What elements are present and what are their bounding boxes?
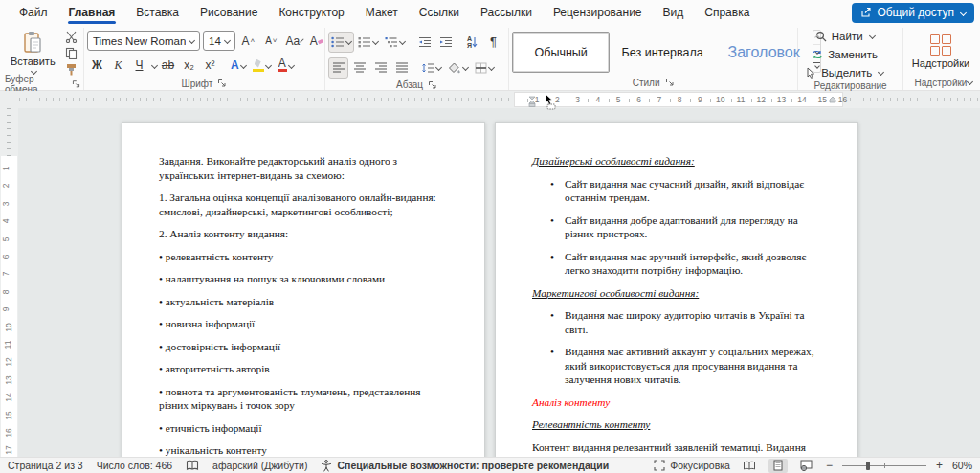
show-marks-button[interactable]: ¶ bbox=[483, 32, 503, 53]
subscript-button[interactable]: x₂ bbox=[179, 55, 199, 76]
mouse-cursor bbox=[542, 93, 557, 110]
tab-Макет[interactable]: Макет bbox=[356, 1, 408, 25]
ruler-number: 16 bbox=[838, 95, 847, 104]
dialog-launcher-icon[interactable] bbox=[665, 78, 675, 87]
sort-button[interactable]: АЯ bbox=[462, 32, 482, 53]
cut-button[interactable] bbox=[61, 29, 81, 44]
indent-marker-right[interactable] bbox=[829, 96, 835, 105]
page-indicator[interactable]: Страница 2 из 3 bbox=[8, 460, 83, 471]
accessibility-status[interactable]: Специальные возможности: проверьте реком… bbox=[321, 460, 609, 472]
strikethrough-button[interactable]: ab bbox=[158, 55, 178, 76]
line-spacing-button[interactable] bbox=[418, 57, 444, 79]
language-indicator[interactable]: афарский (Джибути) bbox=[212, 460, 307, 471]
chevron-down-icon bbox=[869, 33, 876, 39]
copy-button[interactable] bbox=[61, 45, 81, 60]
outdent-icon bbox=[418, 36, 432, 48]
ribbon-tabs: ФайлГлавнаяВставкаРисованиеКонструкторМа… bbox=[10, 0, 759, 25]
bold-button[interactable]: Ж bbox=[87, 55, 107, 76]
shading-button[interactable] bbox=[445, 57, 471, 79]
document-page-1[interactable]: Завдання. Виконайте редакторський аналіз… bbox=[122, 122, 485, 457]
zoom-in-button[interactable]: + bbox=[936, 459, 943, 472]
arrow-down-icon bbox=[472, 36, 478, 48]
font-size-value: 14 bbox=[209, 35, 221, 47]
ruler-number: 11 bbox=[3, 341, 12, 349]
paragraph: новизна інформації bbox=[159, 317, 448, 331]
align-right-button[interactable] bbox=[370, 57, 390, 79]
addins-button[interactable]: Надстройки bbox=[906, 28, 975, 75]
read-mode-icon bbox=[743, 461, 756, 471]
dialog-launcher-icon[interactable] bbox=[428, 80, 437, 90]
horizontal-ruler[interactable]: 12345678910111213141516 bbox=[514, 92, 843, 107]
align-center-button[interactable] bbox=[349, 57, 369, 79]
tab-Вставка[interactable]: Вставка bbox=[126, 1, 189, 25]
increase-indent-button[interactable] bbox=[435, 32, 456, 53]
underline-button[interactable]: Ч bbox=[129, 55, 149, 76]
tab-Рассылки[interactable]: Рассылки bbox=[471, 1, 542, 25]
web-layout-button[interactable] bbox=[797, 459, 816, 473]
status-bar: Страница 2 из 3 Число слов: 466 афарский… bbox=[0, 457, 980, 473]
multilevel-list-button[interactable] bbox=[382, 32, 408, 53]
tab-Ссылки[interactable]: Ссылки bbox=[410, 1, 469, 25]
document-page-2[interactable]: Дизайнерські особливості видання:Сайт ви… bbox=[495, 122, 858, 457]
document-canvas: 1234567891011121314151617 Завдання. Вико… bbox=[0, 108, 980, 457]
shrink-font-button[interactable]: A˅ bbox=[261, 31, 281, 52]
italic-button[interactable]: К bbox=[108, 55, 128, 76]
indent-marker-left[interactable] bbox=[528, 96, 535, 105]
list-item: Видання має широку аудиторію читачів в У… bbox=[532, 308, 821, 336]
font-size-combobox[interactable]: 14 bbox=[203, 31, 235, 51]
tab-Файл[interactable]: Файл bbox=[10, 1, 57, 25]
text-effects-button[interactable]: A bbox=[228, 55, 249, 76]
borders-button[interactable] bbox=[472, 57, 497, 79]
focus-mode-button[interactable]: Фокусировка bbox=[654, 460, 730, 471]
replace-button[interactable]: Заменить bbox=[801, 46, 888, 62]
shrink-font-label: A bbox=[265, 35, 272, 46]
numbering-button[interactable] bbox=[355, 32, 381, 53]
paste-icon bbox=[22, 31, 43, 54]
style-Без интервала[interactable]: Без интервала bbox=[613, 32, 711, 73]
decrease-indent-button[interactable] bbox=[414, 32, 434, 53]
print-layout-button[interactable] bbox=[768, 459, 788, 473]
share-button[interactable]: Общий доступ bbox=[852, 3, 974, 23]
ruler-number: 10 bbox=[4, 323, 13, 331]
font-color-button[interactable]: A bbox=[275, 55, 297, 76]
dialog-launcher-icon[interactable] bbox=[72, 79, 81, 89]
bullets-button[interactable] bbox=[328, 32, 354, 53]
tab-Главная[interactable]: Главная bbox=[59, 1, 125, 25]
proofing-status[interactable] bbox=[186, 460, 199, 471]
numbered-list-icon bbox=[358, 36, 371, 48]
replace-label: Заменить bbox=[828, 49, 878, 60]
zoom-level[interactable]: 60% bbox=[952, 460, 972, 471]
group-clipboard: Вставить Буфер обмена bbox=[2, 28, 84, 90]
style-Обычный[interactable]: Обычный bbox=[512, 32, 610, 73]
chevron-down-icon[interactable] bbox=[151, 61, 158, 68]
word-count[interactable]: Число слов: 466 bbox=[97, 460, 172, 471]
superscript-button[interactable]: x² bbox=[200, 55, 220, 76]
group-label-text: Стили bbox=[633, 78, 660, 88]
change-case-button[interactable]: Aa bbox=[284, 31, 304, 52]
chevron-down-icon bbox=[265, 61, 272, 68]
group-label-addins: Надстройки bbox=[906, 75, 975, 90]
tab-Рисование[interactable]: Рисование bbox=[190, 1, 267, 25]
grow-font-button[interactable]: A˄ bbox=[238, 31, 258, 52]
zoom-slider-thumb[interactable] bbox=[866, 462, 870, 470]
align-left-button[interactable] bbox=[328, 57, 348, 79]
proofing-book-icon bbox=[186, 460, 199, 471]
tab-Конструктор[interactable]: Конструктор bbox=[269, 1, 353, 25]
ruler-number: 3 bbox=[575, 95, 580, 104]
read-mode-button[interactable] bbox=[740, 459, 759, 473]
ruler-number: 11 bbox=[737, 95, 746, 104]
style-label: Обычный bbox=[535, 46, 588, 59]
tab-Рецензирование[interactable]: Рецензирование bbox=[544, 1, 652, 25]
dialog-launcher-icon[interactable] bbox=[217, 79, 227, 88]
tab-Вид[interactable]: Вид bbox=[654, 1, 694, 25]
font-name-combobox[interactable]: Times New Roman bbox=[87, 31, 200, 51]
zoom-slider[interactable] bbox=[842, 465, 926, 466]
clear-formatting-button[interactable]: A bbox=[307, 31, 327, 52]
paste-button[interactable]: Вставить bbox=[5, 28, 61, 77]
group-label-text: Абзац bbox=[396, 79, 423, 90]
zoom-out-button[interactable]: − bbox=[826, 459, 833, 472]
highlight-color-button[interactable] bbox=[250, 55, 274, 76]
word-window: ФайлГлавнаяВставкаРисованиеКонструкторМа… bbox=[0, 0, 980, 473]
tab-Справка[interactable]: Справка bbox=[695, 1, 759, 25]
justify-button[interactable] bbox=[391, 57, 412, 79]
